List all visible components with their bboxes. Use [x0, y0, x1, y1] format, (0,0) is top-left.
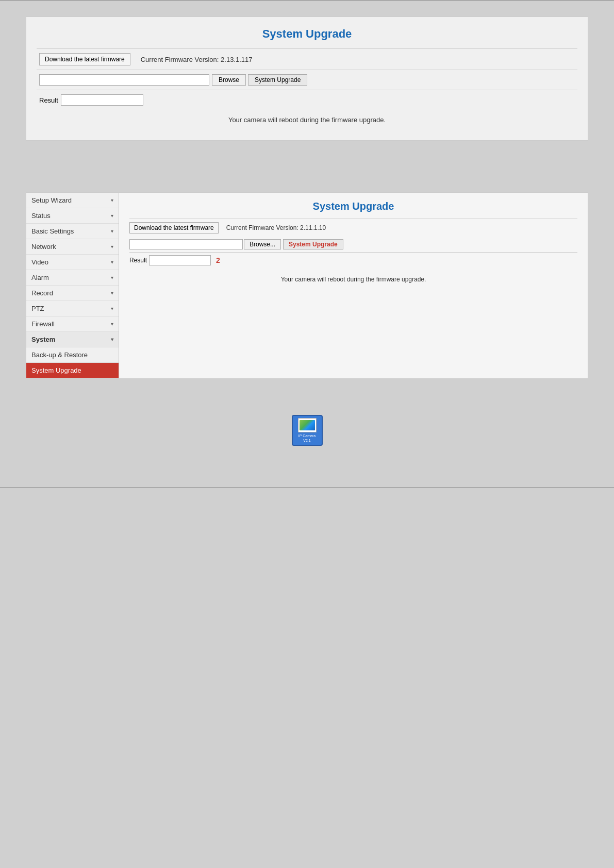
sidebar-arrow-system: ▾ [111, 337, 113, 342]
result-input-bottom[interactable] [149, 255, 211, 265]
sidebar-label-system-upgrade: System Upgrade [31, 366, 81, 374]
top-upgrade-panel: System Upgrade Download the latest firmw… [26, 16, 588, 141]
app-icon-screen-container [298, 418, 317, 432]
result-label-bottom: Result [129, 257, 147, 264]
sidebar-item-network[interactable]: Network ▾ [26, 239, 119, 255]
app-icon: IP Camera V2.1 [292, 415, 323, 446]
sidebar: Setup Wizard ▾ Status ▾ Basic Settings ▾… [26, 193, 119, 378]
result-number-bottom: 2 [216, 256, 220, 264]
sidebar-item-system-upgrade[interactable]: System Upgrade [26, 363, 119, 378]
sidebar-item-video[interactable]: Video ▾ [26, 255, 119, 270]
firmware-row-top: Download the latest firmware Current Fir… [37, 48, 577, 70]
sidebar-label-setup-wizard: Setup Wizard [31, 196, 72, 204]
sidebar-item-system[interactable]: System ▾ [26, 332, 119, 347]
sidebar-arrow-firewall: ▾ [111, 321, 113, 327]
main-content: System Upgrade Download the latest firmw… [119, 193, 588, 378]
reboot-notice-bottom: Your camera will reboot during the firmw… [129, 268, 577, 291]
sidebar-item-ptz[interactable]: PTZ ▾ [26, 301, 119, 316]
file-path-input-bottom[interactable] [129, 239, 243, 249]
firmware-row-bottom: Download the latest firmware Current Fir… [129, 219, 577, 237]
system-upgrade-btn-top[interactable]: System Upgrade [248, 74, 307, 86]
spacer-1 [0, 161, 614, 192]
bottom-panel-title: System Upgrade [129, 201, 577, 212]
browse-btn-top[interactable]: Browse [212, 74, 246, 86]
sidebar-item-record[interactable]: Record ▾ [26, 286, 119, 301]
sidebar-item-basic-settings[interactable]: Basic Settings ▾ [26, 224, 119, 239]
sidebar-label-backup-restore: Back-up & Restore [31, 351, 88, 359]
sidebar-arrow-status: ▾ [111, 213, 113, 219]
result-row-top: Result [37, 90, 577, 110]
firmware-version-bottom: Current Firmware Version: 2.11.1.10 [226, 224, 326, 231]
sidebar-arrow-record: ▾ [111, 290, 113, 296]
sidebar-label-alarm: Alarm [31, 274, 49, 281]
sidebar-label-basic-settings: Basic Settings [31, 227, 74, 235]
sidebar-item-firewall[interactable]: Firewall ▾ [26, 316, 119, 332]
firmware-version-top: Current Firmware Version: 2.13.1.117 [141, 56, 253, 63]
bottom-upgrade-panel: Setup Wizard ▾ Status ▾ Basic Settings ▾… [26, 192, 588, 379]
sidebar-arrow-ptz: ▾ [111, 306, 113, 311]
sidebar-label-ptz: PTZ [31, 305, 44, 312]
bottom-divider [0, 487, 614, 488]
app-icon-label: IP Camera V2.1 [298, 434, 316, 443]
sidebar-label-record: Record [31, 289, 53, 297]
sidebar-item-backup-restore[interactable]: Back-up & Restore [26, 347, 119, 363]
sidebar-arrow-basic-settings: ▾ [111, 228, 113, 234]
app-icon-screen-image [300, 420, 315, 430]
browse-row-top: Browse System Upgrade [37, 70, 577, 90]
result-label-top: Result [39, 96, 58, 104]
sidebar-arrow-video: ▾ [111, 259, 113, 265]
file-path-input-top[interactable] [39, 74, 209, 86]
sidebar-label-system: System [31, 336, 55, 343]
result-input-top[interactable] [61, 94, 143, 106]
sidebar-arrow-network: ▾ [111, 244, 113, 249]
sidebar-item-alarm[interactable]: Alarm ▾ [26, 270, 119, 286]
browse-btn-bottom[interactable]: Browse... [244, 239, 281, 249]
sidebar-item-setup-wizard[interactable]: Setup Wizard ▾ [26, 193, 119, 208]
sidebar-label-network: Network [31, 243, 56, 251]
top-panel-title: System Upgrade [37, 27, 577, 41]
app-icon-section: IP Camera V2.1 [0, 399, 614, 456]
reboot-notice-top: Your camera will reboot during the firmw… [37, 110, 577, 130]
result-row-bottom: Result 2 [129, 253, 577, 268]
download-firmware-btn-top[interactable]: Download the latest firmware [39, 53, 130, 65]
sidebar-arrow-setup-wizard: ▾ [111, 197, 113, 203]
browse-row-bottom: Browse... System Upgrade [129, 237, 577, 253]
download-firmware-btn-bottom[interactable]: Download the latest firmware [129, 222, 219, 233]
system-upgrade-btn-bottom[interactable]: System Upgrade [283, 239, 343, 249]
sidebar-arrow-alarm: ▾ [111, 275, 113, 280]
sidebar-label-status: Status [31, 212, 51, 220]
sidebar-label-video: Video [31, 258, 48, 266]
sidebar-label-firewall: Firewall [31, 320, 55, 328]
top-divider [0, 0, 614, 1]
sidebar-item-status[interactable]: Status ▾ [26, 208, 119, 224]
